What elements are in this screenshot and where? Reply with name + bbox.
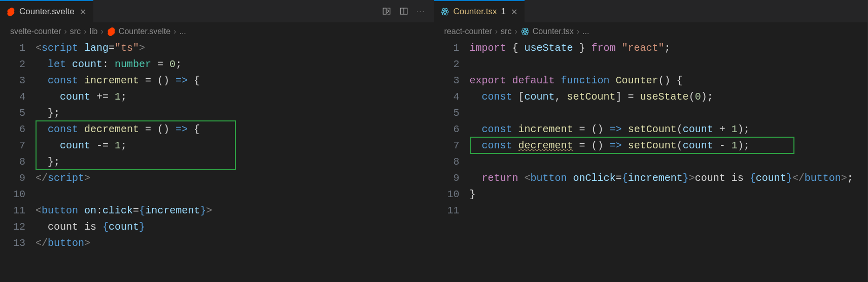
code-line[interactable]: const increment = () => setCount(count +… — [470, 121, 868, 138]
react-file-icon — [440, 7, 449, 16]
code-line[interactable] — [36, 186, 434, 203]
code-line[interactable]: const increment = () => { — [36, 73, 434, 89]
line-number: 6 — [434, 121, 460, 138]
breadcrumb-item[interactable]: react-counter — [444, 27, 492, 36]
line-number: 9 — [434, 170, 460, 186]
line-number: 7 — [0, 138, 25, 154]
code-line[interactable] — [470, 105, 868, 121]
tab-counter-tsx[interactable]: Counter.tsx 1 ✕ — [434, 0, 525, 22]
react-file-icon — [520, 27, 530, 36]
line-number: 9 — [0, 170, 25, 186]
code-editor[interactable]: 1234567891011 import { useState } from "… — [434, 40, 868, 282]
code-line[interactable]: count is {count} — [36, 219, 434, 235]
code-line[interactable]: </script> — [36, 170, 434, 186]
code-line[interactable]: <button on:click={increment}> — [36, 203, 434, 219]
close-tab-icon[interactable]: ✕ — [79, 6, 87, 18]
svg-point-6 — [444, 11, 445, 13]
tab-counter-svelte[interactable]: Counter.svelte ✕ — [0, 0, 93, 22]
breadcrumb-item[interactable]: Counter.tsx — [533, 27, 574, 36]
line-number: 12 — [0, 219, 25, 235]
chevron-right-icon: › — [577, 27, 579, 36]
code-line[interactable]: const decrement = () => { — [36, 121, 434, 138]
chevron-right-icon: › — [173, 27, 176, 36]
code-content[interactable]: import { useState } from "react";export … — [470, 40, 868, 282]
code-line[interactable]: const [count, setCount] = useState(0); — [470, 89, 868, 105]
svelte-file-icon — [6, 7, 15, 16]
line-number: 10 — [0, 186, 25, 203]
line-number: 5 — [0, 105, 25, 121]
line-gutter: 12345678910111213 — [0, 40, 36, 282]
line-number: 11 — [434, 203, 460, 219]
line-gutter: 1234567891011 — [434, 40, 470, 282]
line-number: 3 — [434, 73, 460, 89]
svg-rect-0 — [383, 8, 386, 14]
svg-point-10 — [524, 31, 526, 33]
code-line[interactable]: }; — [36, 154, 434, 170]
line-number: 2 — [0, 56, 25, 73]
breadcrumb-item[interactable]: src — [501, 27, 511, 36]
breadcrumb-item[interactable]: svelte-counter — [10, 27, 61, 36]
line-number: 1 — [0, 40, 25, 56]
tabbar: Counter.svelte ✕ ··· — [0, 0, 434, 23]
tab-label: Counter.svelte — [19, 7, 75, 17]
code-line[interactable]: count -= 1; — [36, 138, 434, 154]
line-number: 5 — [434, 105, 460, 121]
line-number: 4 — [0, 89, 25, 105]
code-line[interactable]: const decrement = () => setCount(count -… — [470, 138, 868, 154]
breadcrumb-item[interactable]: ... — [582, 27, 589, 36]
line-number: 4 — [434, 89, 460, 105]
code-line[interactable] — [470, 154, 868, 170]
breadcrumb: react-counter › src › Counter.tsx › ... — [434, 23, 868, 40]
code-line[interactable]: </button> — [36, 235, 434, 252]
code-line[interactable]: import { useState } from "react"; — [470, 40, 868, 56]
compare-changes-icon[interactable] — [382, 7, 391, 16]
line-number: 6 — [0, 121, 25, 138]
editor-pane-right: Counter.tsx 1 ✕ react-counter › src › Co… — [434, 0, 869, 282]
split-editor-icon[interactable] — [399, 7, 408, 16]
code-line[interactable]: <script lang="ts"> — [36, 40, 434, 56]
line-number: 13 — [0, 235, 25, 252]
code-line[interactable]: return <button onClick={increment}>count… — [470, 170, 868, 186]
code-line[interactable]: export default function Counter() { — [470, 73, 868, 89]
chevron-right-icon: › — [514, 27, 517, 36]
code-line[interactable]: }; — [36, 105, 434, 121]
line-number: 11 — [0, 203, 25, 219]
chevron-right-icon: › — [101, 27, 103, 36]
line-number: 8 — [0, 154, 25, 170]
chevron-right-icon: › — [84, 27, 86, 36]
code-line[interactable]: } — [470, 186, 868, 203]
line-number: 7 — [434, 138, 460, 154]
line-number: 3 — [0, 73, 25, 89]
code-editor[interactable]: 12345678910111213 <script lang="ts"> let… — [0, 40, 434, 282]
editor-pane-left: Counter.svelte ✕ ··· svelte-counter › sr… — [0, 0, 434, 282]
tab-label: Counter.tsx — [454, 7, 497, 17]
code-line[interactable]: let count: number = 0; — [36, 56, 434, 73]
line-number: 10 — [434, 186, 460, 203]
more-actions-icon[interactable]: ··· — [416, 7, 426, 16]
code-line[interactable] — [470, 203, 868, 219]
tabbar: Counter.tsx 1 ✕ — [434, 0, 868, 23]
code-line[interactable] — [470, 56, 868, 73]
svelte-file-icon — [107, 27, 116, 36]
chevron-right-icon: › — [495, 27, 498, 36]
line-number: 1 — [434, 40, 460, 56]
code-line[interactable]: count += 1; — [36, 89, 434, 105]
breadcrumb-item[interactable]: lib — [89, 27, 97, 36]
line-number: 2 — [434, 56, 460, 73]
breadcrumb: svelte-counter › src › lib › Counter.sve… — [0, 23, 434, 40]
breadcrumb-item[interactable]: Counter.svelte — [119, 27, 170, 36]
tabbar-actions: ··· — [382, 7, 434, 16]
close-tab-icon[interactable]: ✕ — [510, 6, 518, 18]
line-number: 8 — [434, 154, 460, 170]
modified-indicator: 1 — [501, 7, 506, 17]
breadcrumb-item[interactable]: src — [70, 27, 81, 36]
chevron-right-icon: › — [64, 27, 67, 36]
breadcrumb-item[interactable]: ... — [179, 27, 186, 36]
code-content[interactable]: <script lang="ts"> let count: number = 0… — [36, 40, 434, 282]
